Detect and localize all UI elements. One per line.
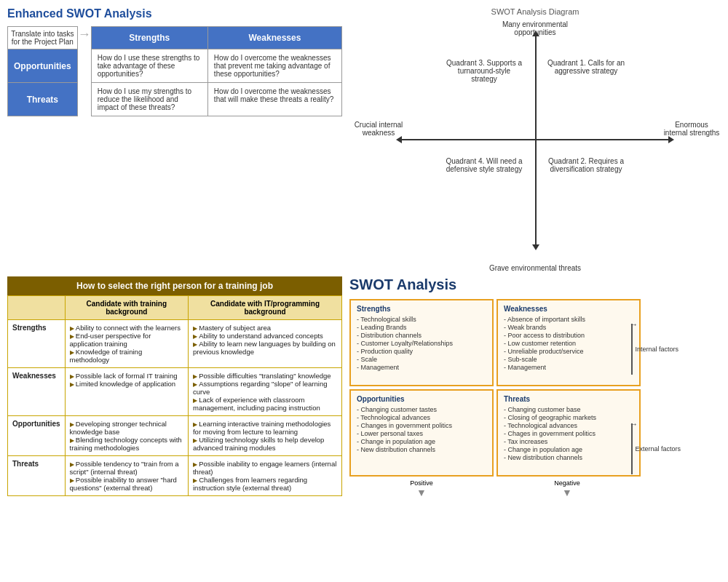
list-item: - Tax increases	[504, 438, 633, 445]
swot-grid-wrapper: Strengths - Technological skills- Leadin…	[349, 299, 641, 498]
list-item: Assumptions regarding "slope" of learnin…	[193, 380, 337, 396]
list-item: Challenges from learners regarding instr…	[193, 476, 337, 492]
q2-label: Quadrant 2. Requires a diversification s…	[546, 157, 626, 173]
list-item: - Closing of geographic markets	[504, 414, 633, 421]
list-item: - Customer Loyalty/Relationships	[357, 340, 486, 347]
list-item: Ability to connect with the learners	[70, 324, 183, 332]
training-row-label: Threats	[8, 456, 66, 496]
swot-boxes-title: SWOT Analysis	[349, 276, 721, 293]
list-item: - Unreliable product/service	[504, 348, 633, 355]
list-item: Lack of experience with classroom manage…	[193, 396, 337, 412]
list-item: Possible inability to engage learners (i…	[193, 460, 337, 476]
strengths-header: Strengths	[91, 27, 207, 49]
training-row-col2: Possible inability to engage learners (i…	[188, 456, 341, 496]
list-item: - Change in population age	[357, 438, 486, 445]
q4-label: Quadrant 4. Will need a defensive style …	[444, 157, 524, 173]
threats-box: Threats - Changing customer base- Closin…	[496, 389, 641, 477]
list-item: - Technological skills	[357, 316, 486, 323]
training-row-label: Weaknesses	[8, 368, 66, 416]
training-row-col2: Learning interactive training methodolog…	[188, 416, 341, 456]
row-header-empty	[8, 296, 66, 320]
training-row-col2: Mastery of subject areaAbility to unders…	[188, 320, 341, 368]
negative-label: Negative	[554, 479, 580, 487]
list-item: - Management	[504, 364, 633, 371]
training-row-col2: Possible difficulties "translating" know…	[188, 368, 341, 416]
col2-header: Candidate with IT/programming background	[188, 296, 341, 320]
list-item: - Change in population age	[504, 446, 633, 453]
external-arrow-line: →	[631, 423, 633, 474]
training-row-col1: Ability to connect with the learnersEnd-…	[65, 320, 188, 368]
list-item: - New distribution channels	[357, 446, 486, 453]
strengths-box-title: Strengths	[357, 305, 486, 313]
wt-cell: How do I overcome the weaknesses that wi…	[207, 83, 341, 116]
list-item: - Management	[357, 364, 486, 371]
training-section: How to select the right person for a tra…	[7, 276, 342, 496]
enhanced-swot-title: Enhanced SWOT Analysis	[7, 7, 342, 20]
list-item: Developing stronger technical knowledge …	[70, 420, 183, 436]
list-item: - Low customer retention	[504, 340, 633, 347]
training-row-label: Opportunities	[8, 416, 66, 456]
training-row-col1: Developing stronger technical knowledge …	[65, 416, 188, 456]
bottom-labels: Positive ▼ Negative ▼	[349, 479, 641, 498]
list-item: Possible tendency to "train from a scrip…	[70, 460, 183, 476]
wo-cell: How do I overcome the weaknesses that pr…	[207, 49, 341, 83]
training-row-col1: Possible tendency to "train from a scrip…	[65, 456, 188, 496]
list-item: - Leading Brands	[357, 324, 486, 331]
opportunities-box-title: Opportunities	[357, 395, 486, 403]
enhanced-swot-section: Enhanced SWOT Analysis Translate into ta…	[7, 7, 342, 116]
list-item: Possible lack of formal IT training	[70, 372, 183, 380]
horizontal-axis-arrow	[400, 139, 670, 140]
swot-grid: Strengths - Technological skills- Leadin…	[349, 299, 641, 477]
list-item: Learning interactive training methodolog…	[193, 420, 337, 436]
opportunities-items: - Changing customer tastes- Technologica…	[357, 406, 486, 453]
swot-diagram-section: SWOT Analysis Diagram Many environmental…	[349, 7, 721, 276]
list-item: - Absence of important skills	[504, 316, 633, 323]
list-item: - Distribution channels	[357, 332, 486, 339]
training-title: How to select the right person for a tra…	[7, 276, 342, 295]
list-item: Mastery of subject area	[193, 324, 337, 332]
internal-arrow-line: →	[631, 324, 633, 375]
list-item: Limited knowledge of application	[70, 380, 183, 388]
strengths-items: - Technological skills- Leading Brands- …	[357, 316, 486, 371]
threats-label: Threats	[8, 83, 78, 116]
list-item: End-user perspective for application tra…	[70, 332, 183, 348]
opportunities-box: Opportunities - Changing customer tastes…	[349, 389, 494, 477]
list-item: Blending technology concepts with traini…	[70, 436, 183, 452]
weaknesses-header: Weaknesses	[207, 27, 341, 49]
q3-label: Quadrant 3. Supports a turnaround-style …	[444, 59, 524, 83]
so-cell: How do I use these strengths to take adv…	[91, 49, 207, 83]
list-item: Possible difficulties "translating" know…	[193, 372, 337, 380]
list-item: - Weak brands	[504, 324, 633, 331]
external-factor-group: → External factors	[631, 399, 681, 498]
list-item: - Changing customer base	[504, 406, 633, 413]
training-row-col1: Possible lack of formal IT trainingLimit…	[65, 368, 188, 416]
arrow-icon: →	[77, 27, 91, 49]
bottom-axis-label: Grave environmental threats	[480, 264, 590, 272]
internal-factor-label: Internal factors	[635, 346, 678, 353]
swot-boxes-section: SWOT Analysis Strengths - Technological …	[349, 276, 721, 498]
positive-arrow-icon: ▼	[410, 487, 433, 498]
internal-factor-group: → Internal factors	[631, 299, 681, 399]
list-item: Possible inability to answer "hard quest…	[70, 476, 183, 492]
list-item: - New distribution channels	[504, 454, 633, 461]
threats-box-title: Threats	[504, 395, 633, 403]
negative-label-group: Negative ▼	[554, 479, 580, 498]
opportunities-label: Opportunities	[8, 49, 78, 83]
negative-arrow-icon: ▼	[554, 487, 580, 498]
side-factor-labels: → Internal factors → External factors	[631, 299, 681, 498]
weaknesses-items: - Absence of important skills- Weak bran…	[504, 316, 633, 371]
positive-label-group: Positive ▼	[410, 479, 433, 498]
list-item: - Poor access to distribution	[504, 332, 633, 339]
st-cell: How do I use my strengths to reduce the …	[91, 83, 207, 116]
strengths-box: Strengths - Technological skills- Leadin…	[349, 299, 494, 386]
external-factor-label: External factors	[635, 445, 681, 453]
list-item: - Technological advances	[357, 414, 486, 421]
weaknesses-box-title: Weaknesses	[504, 305, 633, 313]
list-item: - Scale	[357, 356, 486, 363]
vertical-axis-arrow	[535, 35, 537, 246]
weaknesses-box: Weaknesses - Absence of important skills…	[496, 299, 641, 386]
left-axis-label: Crucial internal weakness	[349, 121, 408, 137]
list-item: - Technological advances	[504, 422, 633, 429]
list-item: Knowledge of training methodology	[70, 348, 183, 364]
training-row-label: Strengths	[8, 320, 66, 368]
